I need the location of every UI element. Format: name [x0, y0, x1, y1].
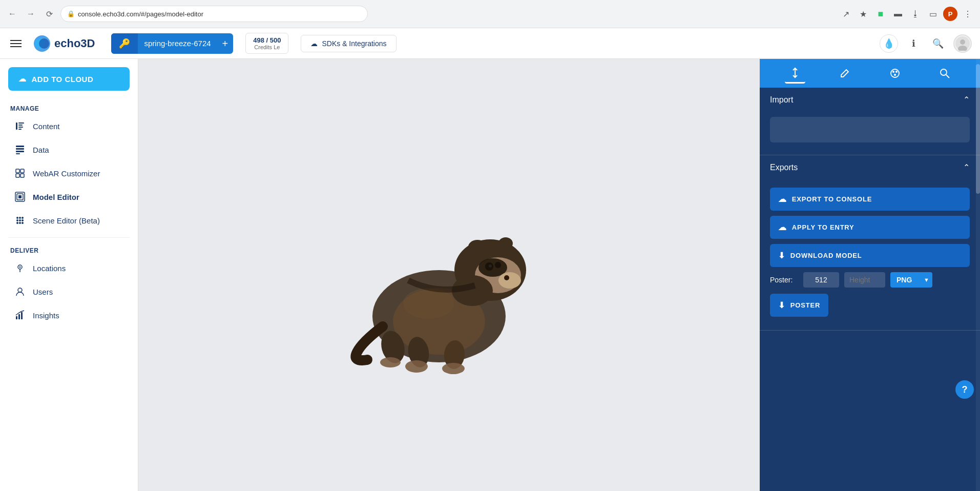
- forward-button[interactable]: →: [24, 7, 38, 21]
- exports-title: Exports: [770, 163, 798, 172]
- edit-tool-button[interactable]: [835, 63, 855, 84]
- import-section: Import ⌃: [760, 88, 980, 155]
- water-drop-icon[interactable]: 💧: [880, 34, 898, 53]
- edit-icon: [839, 68, 850, 79]
- download-model-button[interactable]: ⬇ DOWNLOAD MODEL: [770, 244, 970, 267]
- download-model-icon: ⬇: [778, 251, 785, 260]
- top-navigation: echo3D 🔑 spring-breeze-6724 + 498 / 500 …: [0, 28, 980, 59]
- address-bar[interactable]: 🔒 console.echo3d.com/#/pages/model-edito…: [60, 6, 368, 22]
- content-icon: [14, 120, 26, 132]
- svg-line-63: [946, 75, 949, 78]
- svg-rect-21: [18, 195, 22, 198]
- share-icon[interactable]: ↗: [839, 7, 853, 21]
- svg-rect-34: [16, 316, 17, 319]
- hamburger-line-3: [10, 46, 22, 47]
- poster-height-input[interactable]: [803, 272, 839, 288]
- svg-point-58: [891, 69, 899, 77]
- svg-rect-11: [16, 146, 24, 147]
- sidebar-item-data[interactable]: Data: [4, 138, 134, 161]
- svg-point-62: [941, 69, 947, 75]
- poster-format-select[interactable]: PNG JPG WEBP: [890, 272, 932, 288]
- sidebar-divider: [8, 237, 130, 238]
- insights-icon: [14, 310, 26, 321]
- cast-icon[interactable]: ▭: [926, 7, 940, 21]
- exports-section-header[interactable]: Exports ⌃: [760, 155, 980, 179]
- reload-button[interactable]: ⟳: [42, 7, 56, 21]
- back-button[interactable]: ←: [5, 7, 19, 21]
- svg-rect-14: [16, 153, 20, 154]
- sidebar-model-editor-label: Model Editor: [33, 193, 79, 201]
- poster-button[interactable]: ⬇ POSTER: [770, 294, 828, 317]
- export-to-console-button[interactable]: ☁ EXPORT TO CONSOLE: [770, 188, 970, 211]
- export-console-label: EXPORT TO CONSOLE: [792, 195, 872, 203]
- svg-rect-9: [18, 127, 23, 128]
- svg-point-22: [16, 217, 18, 219]
- sidebar-item-locations[interactable]: Locations: [4, 256, 134, 280]
- sdk-integrations-button[interactable]: ☁ SDKs & Integrations: [301, 35, 396, 52]
- svg-point-54: [442, 363, 465, 374]
- download-icon[interactable]: ⭳: [908, 7, 923, 21]
- scene-editor-icon: [14, 215, 26, 226]
- project-key-icon: 🔑: [111, 33, 138, 54]
- search-icon: [939, 68, 950, 79]
- search-button[interactable]: 🔍: [929, 34, 947, 53]
- panel-scrollbar-thumb: [976, 64, 980, 194]
- import-section-header[interactable]: Import ⌃: [760, 88, 980, 112]
- apply-to-entry-button[interactable]: ☁ APPLY TO ENTRY: [770, 216, 970, 239]
- import-drop-area[interactable]: [770, 117, 970, 142]
- exports-section-content: ☁ EXPORT TO CONSOLE ☁ APPLY TO ENTRY ⬇ D…: [760, 179, 980, 330]
- palette-icon: [889, 68, 901, 79]
- info-button[interactable]: ℹ: [904, 34, 923, 53]
- sidebar-manage-title: MANAGE: [0, 101, 138, 114]
- sidebar-webar-label: WebAR Customizer: [33, 169, 100, 178]
- svg-point-60: [895, 71, 898, 73]
- format-select-wrapper: PNG JPG WEBP ▼: [890, 272, 932, 288]
- main-content: ☁ ADD TO CLOUD MANAGE Content Data: [0, 59, 980, 491]
- user-avatar[interactable]: [953, 34, 972, 53]
- browser-right-icons: ↗ ★ ■ ▬ ⭳ ▭ P ⋮: [839, 7, 975, 21]
- help-button[interactable]: ?: [955, 380, 974, 399]
- poster-row: Poster: PNG JPG WEBP ▼: [770, 272, 970, 288]
- extension-puzzle-icon[interactable]: ▬: [891, 7, 905, 21]
- svg-point-43: [495, 262, 501, 268]
- svg-point-29: [19, 222, 21, 224]
- logo[interactable]: echo3D: [33, 34, 95, 53]
- add-to-cloud-label: ADD TO CLOUD: [32, 75, 94, 84]
- sidebar-item-content[interactable]: Content: [4, 114, 134, 138]
- hamburger-line-2: [10, 43, 22, 44]
- project-selector[interactable]: 🔑 spring-breeze-6724 +: [111, 33, 233, 54]
- sidebar-deliver-title: DELIVER: [0, 243, 138, 256]
- transform-tool-button[interactable]: [785, 63, 805, 84]
- sidebar-item-webar[interactable]: WebAR Customizer: [4, 161, 134, 185]
- sidebar-users-label: Users: [33, 288, 53, 296]
- svg-point-59: [892, 71, 894, 73]
- poster-height-placeholder[interactable]: [844, 272, 885, 288]
- logo-text: echo3D: [54, 37, 95, 50]
- hamburger-menu-button[interactable]: [8, 35, 25, 52]
- credits-value: 498 / 500: [253, 36, 281, 44]
- extension-green-icon[interactable]: ■: [873, 7, 888, 21]
- sidebar-item-scene-editor[interactable]: Scene Editor (Beta): [4, 209, 134, 232]
- echo3d-logo-icon: [33, 34, 51, 53]
- ferret-model: [316, 168, 582, 383]
- sidebar-data-label: Data: [33, 146, 49, 154]
- chrome-menu-icon[interactable]: ⋮: [961, 7, 975, 21]
- sidebar-item-model-editor[interactable]: Model Editor: [4, 185, 134, 209]
- add-to-cloud-button[interactable]: ☁ ADD TO CLOUD: [8, 67, 130, 91]
- avatar-svg: [955, 36, 970, 51]
- materials-tool-button[interactable]: [885, 63, 905, 84]
- app-container: echo3D 🔑 spring-breeze-6724 + 498 / 500 …: [0, 28, 980, 491]
- import-title: Import: [770, 95, 793, 105]
- project-name: spring-breeze-6724: [138, 39, 217, 48]
- add-project-button[interactable]: +: [217, 38, 234, 49]
- svg-point-44: [489, 264, 492, 268]
- svg-point-33: [18, 288, 22, 292]
- webar-icon: [14, 168, 26, 179]
- sidebar-item-insights[interactable]: Insights: [4, 303, 134, 327]
- bookmark-icon[interactable]: ★: [856, 7, 870, 21]
- panel-scrollbar[interactable]: [976, 59, 980, 491]
- chrome-user-avatar[interactable]: P: [943, 7, 957, 21]
- search-tool-button[interactable]: [934, 63, 955, 84]
- sidebar-insights-label: Insights: [33, 311, 59, 320]
- sidebar-item-users[interactable]: Users: [4, 280, 134, 303]
